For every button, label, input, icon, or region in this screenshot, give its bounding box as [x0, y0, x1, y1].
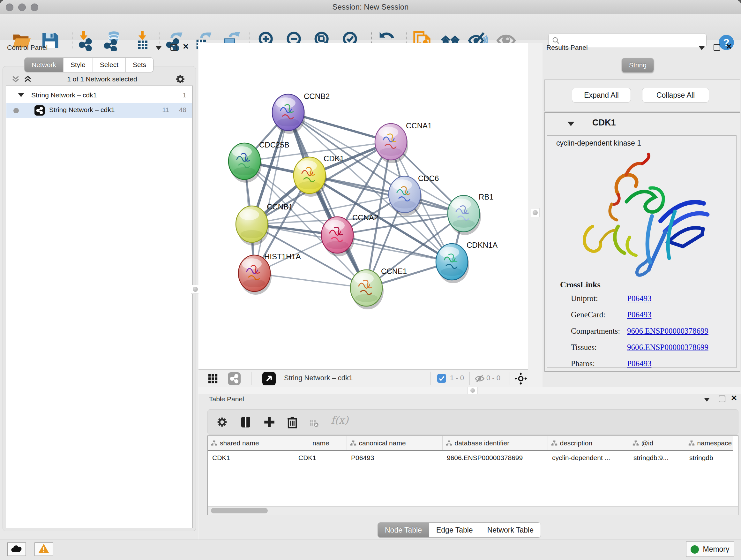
table-row[interactable]: CDK1 CDK1 P06493 9606.ENSP00000378699 cy… [208, 450, 733, 465]
tab-sets[interactable]: Sets [126, 58, 153, 72]
tab-node-table[interactable]: Node Table [378, 523, 429, 537]
window-title: Session: New Session [0, 3, 741, 11]
import-table-button[interactable] [131, 30, 153, 52]
tree-expand-triangle-icon[interactable] [18, 93, 24, 97]
control-panel-float-button[interactable] [171, 44, 177, 51]
results-panel-tabs: String [622, 58, 654, 72]
table-horizontal-scrollbar[interactable] [208, 506, 738, 515]
network-tree-child-row[interactable]: String Network – cdk1 11 48 [6, 103, 192, 118]
network-options-gear-icon[interactable] [175, 74, 186, 84]
node-label-CDC25B: CDC25B [259, 140, 289, 149]
collapse-all-networks-icon[interactable] [11, 74, 20, 84]
column-header[interactable]: description [548, 436, 629, 450]
selected-nodes-checkbox[interactable] [437, 374, 446, 383]
network-node-CCNE1[interactable]: CCNE1 [350, 267, 407, 309]
tab-style[interactable]: Style [64, 58, 93, 72]
network-tree: String Network – cdk1 1 String Network –… [6, 85, 193, 528]
node-label-CCNA2: CCNA2 [352, 213, 378, 222]
collapse-all-button[interactable]: Collapse All [642, 88, 709, 103]
string-network-icon [35, 105, 45, 116]
expand-all-button[interactable]: Expand All [572, 88, 631, 103]
import-database-button[interactable] [102, 30, 124, 52]
collection-count: 1 [183, 91, 186, 99]
network-tree-root-row[interactable]: String Network – cdk1 1 [6, 88, 192, 103]
control-panel-collapse-button[interactable] [156, 46, 161, 50]
node-label-CCNB2: CCNB2 [304, 92, 330, 101]
expand-all-networks-icon[interactable] [23, 74, 32, 84]
delete-column-trash-icon[interactable] [286, 415, 299, 429]
import-network-button[interactable] [75, 30, 97, 52]
table-panel-collapse-button[interactable] [704, 398, 710, 401]
network-node-CDK1[interactable]: CDK1 [293, 154, 344, 197]
show-columns-icon[interactable] [239, 415, 253, 429]
cell-shared-name[interactable]: CDK1 [208, 450, 294, 465]
cell-description[interactable]: cyclin-dependent ... [548, 450, 629, 465]
table-panel-close-button[interactable]: ✕ [731, 395, 737, 401]
column-header[interactable]: canonical name [347, 436, 442, 450]
tab-network-table[interactable]: Network Table [480, 523, 541, 537]
cell-id[interactable]: stringdb:9... [629, 450, 685, 465]
network-node-HIST1H1A[interactable]: HIST1H1A [239, 252, 301, 295]
cell-database-identifier[interactable]: 9606.ENSP00000378699 [442, 450, 548, 465]
crosslink-label: GeneCard: [571, 310, 605, 319]
table-splitter-handle[interactable] [468, 387, 478, 394]
uniprot-link[interactable]: P06493 [627, 294, 651, 303]
column-header[interactable]: name [294, 436, 347, 450]
pharos-link[interactable]: P06493 [627, 359, 651, 368]
network-node-CCNB1[interactable]: CCNB1 [236, 202, 293, 246]
import-network-icon [76, 30, 96, 51]
genecard-link[interactable]: P06493 [627, 310, 651, 319]
network-canvas[interactable]: CCNB2CCNA1CDC25BCDK1CDC6RB1CCNB1CCNA2CDK… [199, 43, 528, 369]
column-header[interactable]: namespace [685, 436, 733, 450]
column-header[interactable]: database identifier [442, 436, 548, 450]
table-panel-float-button[interactable] [719, 395, 725, 402]
network-node-CDKN1A[interactable]: CDKN1A [436, 241, 497, 283]
delete-table-icon [309, 419, 320, 428]
cell-namespace[interactable]: stringdb [685, 450, 733, 465]
fit-content-crosshair-icon[interactable] [515, 372, 527, 385]
tab-network[interactable]: Network [24, 58, 64, 72]
cloud-icon [10, 544, 23, 554]
tissues-link[interactable]: 9606.ENSP00000378699 [627, 343, 709, 352]
table-panel-title: Table Panel [209, 395, 244, 403]
compartments-link[interactable]: 9606.ENSP00000378699 [627, 327, 709, 335]
gene-collapse-triangle-icon[interactable] [567, 122, 575, 126]
column-header[interactable]: @id [629, 436, 685, 450]
control-panel-close-button[interactable]: ✕ [183, 44, 189, 50]
memory-button[interactable]: Memory [686, 542, 734, 557]
node-label-CCNB1: CCNB1 [267, 202, 293, 211]
network-view-title: String Network – cdk1 [284, 374, 353, 382]
gene-symbol: CDK1 [592, 118, 616, 128]
cell-name[interactable]: CDK1 [294, 450, 347, 465]
scrollbar-thumb[interactable] [211, 508, 268, 513]
hidden-count-label: 0 - 0 [486, 374, 500, 382]
node-table-grid: shared name name canonical name database… [208, 436, 733, 465]
right-splitter-handle[interactable] [531, 208, 540, 217]
cloud-status-button[interactable] [7, 543, 26, 556]
memory-status-dot [690, 545, 699, 554]
results-panel-close-button[interactable]: ✕ [726, 44, 732, 50]
open-in-window-icon[interactable] [262, 372, 276, 385]
results-panel-float-button[interactable] [714, 44, 720, 51]
tab-string[interactable]: String [622, 58, 654, 72]
network-node-RB1[interactable]: RB1 [448, 192, 494, 235]
column-header[interactable]: shared name [208, 436, 294, 450]
network-node-CCNA1[interactable]: CCNA1 [375, 121, 432, 163]
results-panel-collapse-button[interactable] [699, 46, 704, 50]
crosslink-label: Compartments: [571, 327, 620, 335]
table-options-gear-icon[interactable] [216, 416, 228, 428]
network-share-icon[interactable] [228, 372, 241, 385]
tab-edge-table[interactable]: Edge Table [429, 523, 480, 537]
network-edge[interactable] [288, 112, 366, 288]
network-node-CCNB2[interactable]: CCNB2 [272, 92, 330, 134]
warnings-button[interactable] [35, 543, 53, 556]
network-edge[interactable] [254, 112, 288, 273]
add-column-icon[interactable] [263, 415, 276, 429]
cell-canonical-name[interactable]: P06493 [347, 450, 442, 465]
tab-select[interactable]: Select [93, 58, 126, 72]
node-label-HIST1H1A: HIST1H1A [264, 252, 301, 261]
table-panel-tabs: Node Table Edge Table Network Table [378, 522, 541, 538]
results-panel-title: Results Panel [546, 44, 588, 51]
birdseye-grid-icon[interactable] [207, 373, 218, 384]
protein-structure-image [569, 152, 720, 280]
